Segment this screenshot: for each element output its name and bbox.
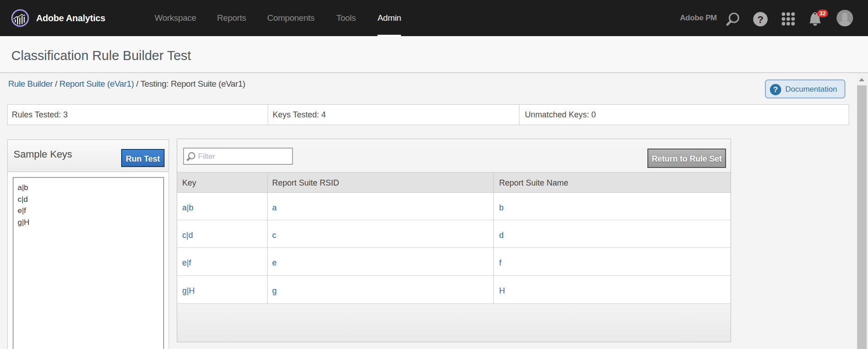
svg-text:?: ? bbox=[757, 14, 763, 25]
svg-text:32: 32 bbox=[819, 10, 826, 17]
